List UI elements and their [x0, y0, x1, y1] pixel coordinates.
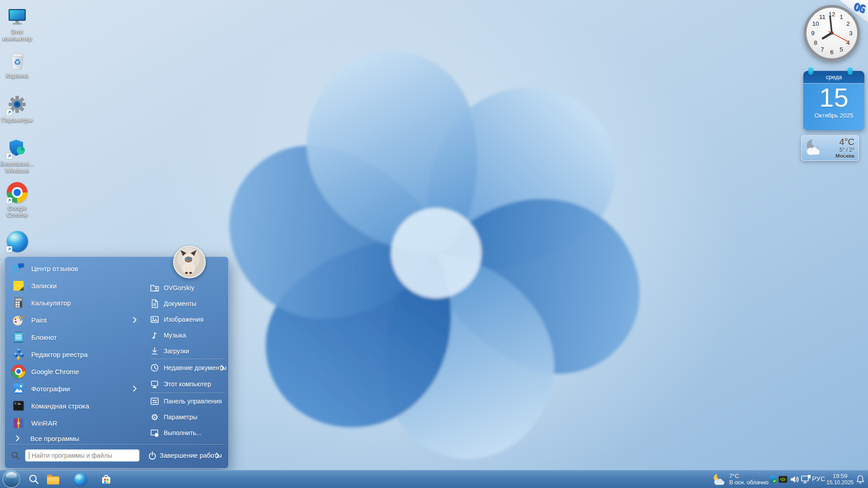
shutdown-button[interactable]: Завершение работы: [160, 449, 222, 462]
document-icon: [150, 299, 160, 309]
chevron-right-icon: [133, 385, 137, 392]
chrome-icon: [7, 182, 28, 203]
start-menu: Центр отзывов Записки: [5, 257, 229, 469]
taskbar: 7°C В осн. облачно: [0, 470, 868, 488]
gear-icon: ⚙: [150, 412, 160, 422]
tray-nvidia-icon[interactable]: [778, 475, 788, 483]
this-pc-icon: [7, 6, 28, 27]
nvidia-icon: [778, 475, 788, 483]
tray-weather-text[interactable]: 7°C В осн. облачно: [729, 473, 769, 486]
tray-weather-button[interactable]: [711, 473, 726, 486]
start-menu-item-pictures[interactable]: Изображения: [145, 312, 227, 327]
start-menu-search-input[interactable]: [25, 449, 140, 462]
recent-clock-icon: [150, 363, 160, 373]
moon-cloud-icon: [711, 473, 726, 486]
calendar-day: 15: [803, 84, 864, 112]
shortcut-arrow-icon: [6, 153, 12, 159]
start-menu-item-settings[interactable]: ⚙ Параметры: [145, 409, 227, 425]
start-menu-item-photos[interactable]: Фотографии: [6, 380, 144, 397]
user-avatar[interactable]: [173, 246, 206, 278]
taskbar-store-button[interactable]: [100, 473, 113, 486]
sticky-notes-icon: [11, 278, 26, 293]
desktop-icon-recycle-bin[interactable]: ♻ Корзина: [0, 50, 34, 79]
start-menu-item-control-panel[interactable]: Панель управления: [145, 394, 227, 409]
svg-text:♻: ♻: [14, 58, 21, 67]
start-menu-item-registry-editor[interactable]: Редактор реестра: [6, 346, 144, 363]
chrome-icon: [11, 364, 26, 379]
menu-item-label: Музыка: [164, 332, 186, 339]
weather-range: 5° / 2°: [835, 147, 854, 153]
settings-gear-icon: [7, 94, 28, 115]
paint-icon: [11, 313, 26, 327]
tray-volume-icon[interactable]: [789, 474, 799, 484]
clock-hands: [807, 8, 857, 58]
start-menu-item-documents[interactable]: Документы: [145, 296, 227, 311]
start-menu-item-downloads[interactable]: Загрузки: [145, 343, 227, 359]
search-icon: [28, 474, 40, 485]
desktop-icon-label: Безопасно...Windows: [0, 160, 34, 174]
start-menu-all-programs[interactable]: Все программы: [6, 431, 144, 446]
tray-date: 15.10.2025: [825, 479, 855, 486]
tray-time: 19:59: [825, 473, 855, 479]
menu-item-label: Этот компьютер: [164, 380, 211, 388]
tray-security-icon[interactable]: [768, 474, 777, 484]
menu-item-label: OVGorskiy: [164, 284, 194, 291]
tray-language-indicator[interactable]: РУС: [812, 475, 826, 483]
recycle-bin-icon: ♻: [7, 50, 28, 70]
calendar-gadget[interactable]: среда 15 Октябрь 2025: [803, 71, 864, 130]
start-menu-item-notepad[interactable]: Блокнот: [6, 328, 144, 346]
start-menu-item-this-pc[interactable]: Этот компьютер: [145, 376, 227, 392]
desktop-icon-settings[interactable]: Параметры: [0, 94, 34, 123]
computer-icon: [150, 379, 160, 389]
text-caret: [29, 452, 29, 459]
taskbar-edge-button[interactable]: [74, 473, 87, 486]
music-note-icon: [150, 330, 160, 340]
shield-icon: [768, 474, 777, 484]
menu-separator: [151, 393, 225, 393]
desktop-icon-microsoft-edge[interactable]: [0, 231, 34, 253]
taskbar-file-explorer-button[interactable]: [46, 474, 60, 486]
menu-item-label: Документы: [164, 300, 196, 307]
menu-item-label: Калькулятор: [31, 299, 71, 307]
download-icon: [150, 346, 160, 356]
start-menu-item-calculator[interactable]: Калькулятор: [6, 294, 144, 311]
tray-notifications-button[interactable]: [856, 474, 865, 484]
start-menu-item-run[interactable]: Выполнить...: [145, 425, 227, 441]
photos-icon: [11, 381, 26, 396]
user-folder-icon: [150, 283, 160, 293]
start-menu-item-music[interactable]: Музыка: [145, 328, 227, 343]
start-menu-item-user-folder[interactable]: OVGorskiy: [145, 280, 227, 296]
menu-item-label: Фотографии: [31, 385, 70, 393]
menu-item-label: Редактор реестра: [31, 351, 88, 358]
start-menu-item-feedback-hub[interactable]: Центр отзывов: [6, 260, 144, 277]
menu-item-label: WinRAR: [31, 419, 57, 427]
desktop-icon-label: Этоткомпьютер: [2, 28, 32, 42]
menu-item-label: Панель управления: [164, 398, 222, 405]
tray-weather-desc: В осн. облачно: [729, 479, 769, 486]
weather-gadget[interactable]: 4°C 5° / 2° Москва: [801, 135, 859, 161]
start-menu-item-recent-documents[interactable]: Недавние документы: [145, 360, 227, 375]
start-menu-item-google-chrome[interactable]: Google Chrome: [6, 363, 144, 380]
desktop-icon-windows-security[interactable]: Безопасно...Windows: [0, 138, 34, 174]
shortcut-arrow-icon: [6, 109, 12, 115]
start-button[interactable]: [3, 471, 19, 487]
tray-clock[interactable]: 19:59 15.10.2025: [825, 473, 855, 486]
taskbar-search-button[interactable]: [28, 474, 40, 485]
clock-gadget[interactable]: 12 1 2 3 4 5 6 7 8 9 10 11: [804, 5, 860, 61]
menu-item-label: Google Chrome: [31, 368, 79, 375]
tray-weather-temp: 7°C: [729, 473, 769, 479]
chevron-right-icon[interactable]: [216, 452, 220, 459]
start-menu-item-sticky-notes[interactable]: Записки: [6, 277, 144, 294]
feedback-hub-icon: [11, 261, 26, 276]
tray-network-icon[interactable]: [801, 474, 811, 484]
desktop: Этоткомпьютер ♻ Корзина: [0, 0, 868, 488]
desktop-icon-this-pc[interactable]: Этоткомпьютер: [0, 6, 34, 42]
desktop-icon-label: Параметры: [1, 117, 33, 123]
weather-city: Москва: [835, 153, 854, 159]
start-menu-item-command-prompt[interactable]: C:\ Командная строка: [6, 397, 144, 414]
start-menu-item-paint[interactable]: Paint: [6, 311, 144, 328]
desktop-icon-google-chrome[interactable]: GoogleChrome: [0, 182, 34, 218]
power-icon: [147, 450, 157, 460]
calculator-icon: [11, 296, 26, 310]
start-menu-item-winrar[interactable]: WinRAR: [6, 414, 144, 432]
